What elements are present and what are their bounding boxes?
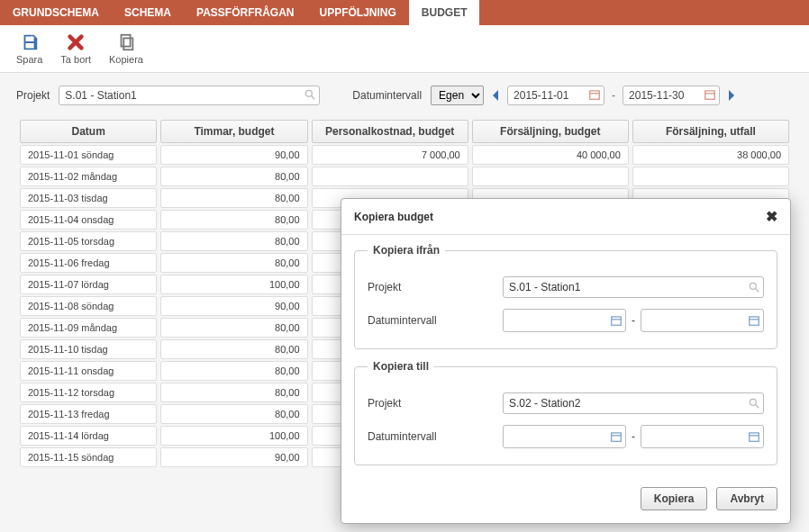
cell-date[interactable]: 2015-11-04 onsdag xyxy=(20,210,157,230)
cell-hours[interactable]: 80,00 xyxy=(160,188,307,208)
cell-hours[interactable]: 90,00 xyxy=(160,145,307,165)
svg-rect-17 xyxy=(612,433,622,441)
cell-date[interactable]: 2015-11-07 lördag xyxy=(20,275,157,294)
calendar-icon[interactable] xyxy=(610,430,623,443)
cell-hours[interactable]: 80,00 xyxy=(160,404,307,424)
cell-hours[interactable]: 90,00 xyxy=(160,447,307,467)
to-date-from-input[interactable] xyxy=(503,425,626,448)
main-tabs: GRUNDSCHEMASCHEMAPASSFÖRFRÅGANUPPFÖLJNIN… xyxy=(0,0,809,25)
copy-to-legend: Kopiera till xyxy=(368,360,434,373)
cell-date[interactable]: 2015-11-12 torsdag xyxy=(20,383,157,402)
cell-hours[interactable]: 80,00 xyxy=(160,231,307,251)
col-hours: Timmar, budget xyxy=(160,120,307,143)
save-button[interactable]: Spara xyxy=(16,32,42,65)
cell-date[interactable]: 2015-11-01 söndag xyxy=(20,145,157,165)
delete-button[interactable]: Ta bort xyxy=(60,32,91,65)
floppy-icon xyxy=(20,32,40,52)
svg-point-15 xyxy=(750,399,756,405)
from-date-to-input[interactable] xyxy=(641,309,764,332)
to-date-to-input[interactable] xyxy=(641,425,764,448)
col-date: Datum xyxy=(20,120,157,143)
cell-date[interactable]: 2015-11-09 måndag xyxy=(20,318,157,338)
copy-button[interactable]: Kopiera xyxy=(109,32,143,65)
project-input[interactable]: S.01 - Station1 xyxy=(59,86,320,105)
cell-hours[interactable]: 80,00 xyxy=(160,253,307,273)
svg-rect-1 xyxy=(121,35,130,47)
svg-line-10 xyxy=(756,289,759,293)
cell-cost[interactable] xyxy=(312,167,468,186)
search-icon[interactable] xyxy=(304,88,316,101)
cell-date[interactable]: 2015-11-05 torsdag xyxy=(20,231,157,251)
svg-rect-19 xyxy=(750,433,759,441)
cell-date[interactable]: 2015-11-06 fredag xyxy=(20,253,157,273)
tab-uppföljning[interactable]: UPPFÖLJNING xyxy=(306,0,408,25)
cell-date[interactable]: 2015-11-11 onsdag xyxy=(20,361,157,381)
cancel-button[interactable]: Avbryt xyxy=(716,487,777,510)
cell-hours[interactable]: 80,00 xyxy=(160,318,307,338)
from-project-input[interactable]: S.01 - Station1 xyxy=(503,276,764,298)
cell-sales[interactable] xyxy=(472,167,629,186)
calendar-icon[interactable] xyxy=(748,314,760,327)
to-project-input[interactable]: S.02 - Station2 xyxy=(503,392,764,414)
search-icon[interactable] xyxy=(748,281,760,293)
interval-select[interactable]: Egen xyxy=(431,86,484,105)
x-icon xyxy=(66,32,86,52)
svg-point-9 xyxy=(750,283,756,289)
from-interval-label: Datumintervall xyxy=(368,314,503,327)
cell-cost[interactable]: 7 000,00 xyxy=(312,145,468,165)
filter-bar: Projekt S.01 - Station1 Datumintervall E… xyxy=(0,73,809,113)
cell-date[interactable]: 2015-11-02 måndag xyxy=(20,167,157,186)
svg-rect-7 xyxy=(705,91,715,99)
calendar-icon[interactable] xyxy=(588,88,601,101)
cell-hours[interactable]: 80,00 xyxy=(160,210,307,230)
from-date-from-input[interactable] xyxy=(503,309,626,332)
delete-label: Ta bort xyxy=(60,54,91,65)
cell-date[interactable]: 2015-11-08 söndag xyxy=(20,296,157,316)
svg-rect-2 xyxy=(123,38,132,50)
copy-budget-dialog: Kopiera budget ✖ Kopiera ifrån Projekt S… xyxy=(341,198,791,524)
tab-grundschema[interactable]: GRUNDSCHEMA xyxy=(0,0,112,25)
search-icon[interactable] xyxy=(748,397,760,410)
save-label: Spara xyxy=(16,54,42,65)
tab-budget[interactable]: BUDGET xyxy=(409,0,480,25)
svg-rect-5 xyxy=(590,91,600,99)
copy-label: Kopiera xyxy=(109,54,143,65)
copy-confirm-button[interactable]: Kopiera xyxy=(641,487,708,510)
tab-schema[interactable]: SCHEMA xyxy=(112,0,184,25)
tab-passförfrågan[interactable]: PASSFÖRFRÅGAN xyxy=(184,0,306,25)
col-sales: Försäljning, budget xyxy=(472,120,629,143)
calendar-icon[interactable] xyxy=(610,314,623,327)
copy-from-legend: Kopiera ifrån xyxy=(368,244,445,257)
cell-hours[interactable]: 80,00 xyxy=(160,339,307,359)
cell-date[interactable]: 2015-11-15 söndag xyxy=(20,447,157,467)
prev-arrow-icon[interactable] xyxy=(491,90,500,101)
cell-date[interactable]: 2015-11-14 lördag xyxy=(20,426,157,446)
next-arrow-icon[interactable] xyxy=(727,90,736,101)
cell-hours[interactable]: 80,00 xyxy=(160,383,307,402)
table-row: 2015-11-02 måndag80,00 xyxy=(20,167,789,186)
svg-rect-11 xyxy=(612,317,622,325)
svg-line-4 xyxy=(312,96,315,100)
cell-hours[interactable]: 80,00 xyxy=(160,361,307,381)
cell-date[interactable]: 2015-11-13 fredag xyxy=(20,404,157,424)
cell-hours[interactable]: 80,00 xyxy=(160,167,307,186)
table-row: 2015-11-01 söndag90,007 000,0040 000,003… xyxy=(20,145,789,165)
project-label: Projekt xyxy=(16,89,50,102)
calendar-icon[interactable] xyxy=(704,88,716,101)
calendar-icon[interactable] xyxy=(748,430,760,443)
col-outcome: Försäljning, utfall xyxy=(632,120,789,143)
cell-outcome[interactable]: 38 000,00 xyxy=(632,145,789,165)
cell-sales[interactable]: 40 000,00 xyxy=(472,145,629,165)
cell-hours[interactable]: 100,00 xyxy=(160,426,307,446)
from-date-separator: - xyxy=(632,314,635,327)
to-date-separator: - xyxy=(632,430,635,443)
cell-date[interactable]: 2015-11-10 tisdag xyxy=(20,339,157,359)
to-interval-label: Datumintervall xyxy=(368,430,503,443)
interval-label: Datumintervall xyxy=(352,89,422,102)
cell-date[interactable]: 2015-11-03 tisdag xyxy=(20,188,157,208)
cell-outcome[interactable] xyxy=(632,167,789,186)
cell-hours[interactable]: 100,00 xyxy=(160,275,307,294)
cell-hours[interactable]: 90,00 xyxy=(160,296,307,316)
close-icon[interactable]: ✖ xyxy=(766,208,777,225)
to-project-label: Projekt xyxy=(368,397,503,410)
